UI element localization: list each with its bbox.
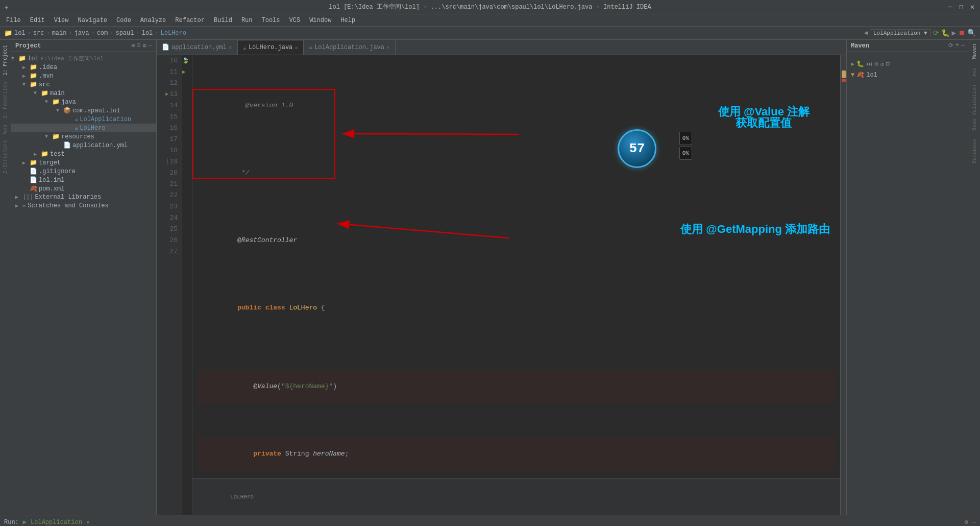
tree-item-resources[interactable]: ▼ 📁 resources: [11, 132, 156, 141]
web-tab[interactable]: Web: [2, 122, 9, 137]
tree-item-lolhero[interactable]: ▶ ☕ LoLHero: [11, 124, 156, 132]
run-close-icon[interactable]: ✕: [86, 519, 90, 525]
code-editor[interactable]: 10 11 12 ▶ 13 14 15 16 17 18 │ 19 20 21 …: [157, 55, 846, 515]
project-tab[interactable]: 1: Project: [2, 42, 9, 79]
label-appyml: application.yml: [72, 142, 128, 149]
sidebar-action-gear[interactable]: ⚙: [143, 42, 146, 50]
tab-lolapplication[interactable]: ☕ LolApplication.java ✕: [304, 40, 396, 55]
folder-icon-mvn: 📁: [30, 72, 37, 80]
file-icon-loliml: 📄: [30, 176, 37, 184]
bc-src[interactable]: src: [33, 30, 44, 37]
tree-item-pomxml[interactable]: ▶ 🍂 pom.xml: [11, 184, 156, 193]
tree-item-main[interactable]: ▼ 📁 main: [11, 89, 156, 98]
label-pomxml: pom.xml: [39, 185, 64, 193]
tab-lolhero[interactable]: ☕ LoLHero.java ✕: [238, 40, 304, 55]
run-config-btn[interactable]: ⟳: [933, 29, 939, 37]
code-content[interactable]: @version 1.0 */ @RestController public c…: [192, 55, 840, 515]
menu-code[interactable]: Code: [112, 16, 135, 25]
tree-item-loliml[interactable]: ▶ 📄 lol.iml: [11, 176, 156, 184]
close-button[interactable]: ✕: [969, 4, 976, 11]
run-minimize-icon[interactable]: —: [972, 519, 976, 526]
menu-build[interactable]: Build: [210, 16, 236, 25]
bc-lol2[interactable]: lol: [142, 30, 153, 37]
code-line-14: @Value("${heroName}"): [198, 370, 835, 403]
bc-lolhero[interactable]: LoLHero: [161, 30, 186, 37]
label-lolhero: LoLHero: [80, 125, 105, 132]
tree-item-lol[interactable]: ▼ 📁 lol E:\Idea 工作空间\lol: [11, 54, 156, 63]
menu-vcs[interactable]: VCS: [285, 16, 305, 25]
maven-refresh-icon[interactable]: ↺: [880, 60, 884, 68]
maven-skip-icon[interactable]: ⏭: [866, 60, 872, 68]
navigate-back-icon[interactable]: ◀: [864, 29, 868, 37]
restore-button[interactable]: ❐: [958, 4, 965, 11]
run-btn[interactable]: ▶: [952, 29, 956, 37]
maven-debug-icon[interactable]: 🐛: [856, 60, 864, 68]
java-icon-lolhero: ☕: [75, 124, 78, 132]
menu-edit[interactable]: Edit: [26, 16, 49, 25]
maven-tab[interactable]: Maven: [971, 40, 978, 63]
label-resources: resources: [61, 133, 94, 140]
label-java: java: [61, 99, 76, 106]
menu-refactor[interactable]: Refactor: [171, 16, 209, 25]
sidebar-action-minimize[interactable]: —: [149, 42, 152, 50]
tree-item-target[interactable]: ▶ 📁 target: [11, 158, 156, 167]
ant-tab[interactable]: Ant: [971, 63, 978, 81]
bc-com[interactable]: com: [97, 30, 108, 37]
tree-item-mvn[interactable]: ▶ 📁 .mvn: [11, 71, 156, 80]
yaml-tab-close[interactable]: ✕: [229, 44, 232, 51]
tree-item-scratches[interactable]: ▶ ✏ Scratches and Consoles: [11, 201, 156, 210]
minimize-button[interactable]: ─: [946, 4, 953, 11]
tree-item-java[interactable]: ▼ 📁 java: [11, 98, 156, 106]
bc-java[interactable]: java: [75, 30, 89, 37]
sidebar-actions: ⊕ ≡ ⚙ —: [131, 42, 152, 50]
bc-lol[interactable]: 📁: [4, 29, 12, 37]
sidebar-action-collapse[interactable]: ≡: [137, 42, 140, 50]
maven-add-btn[interactable]: +: [955, 42, 959, 50]
maven-run-icon[interactable]: ▶: [851, 60, 854, 68]
favorites-tab[interactable]: 2: Favorites: [2, 79, 9, 122]
stop-btn[interactable]: ⏹: [958, 29, 965, 37]
yaml-tab-label: application.yml: [172, 44, 227, 51]
maven-project-arrow: ▼: [851, 71, 854, 79]
bean-validation-tab[interactable]: Bean Validation: [971, 81, 978, 135]
menu-tools[interactable]: Tools: [258, 16, 284, 25]
run-settings-icon[interactable]: ⚙: [965, 518, 968, 526]
label-gitignore: .gitignore: [39, 168, 76, 175]
tree-item-test[interactable]: ▶ 📁 test: [11, 150, 156, 158]
menu-window[interactable]: Window: [305, 16, 335, 25]
bc-main[interactable]: main: [52, 30, 67, 37]
maven-collapse-icon[interactable]: ⊟: [886, 60, 890, 68]
bc-lol-label[interactable]: lol: [14, 30, 26, 37]
bc-spaul[interactable]: spaul: [115, 30, 134, 37]
database-tab[interactable]: Database: [971, 135, 978, 168]
menu-navigate[interactable]: Navigate: [74, 16, 111, 25]
z-structure-tab[interactable]: Z-Structure: [2, 137, 9, 177]
scroll-indicator[interactable]: [840, 55, 846, 515]
tree-item-gitignore[interactable]: ▶ 📄 .gitignore: [11, 167, 156, 176]
tree-item-extlibs[interactable]: ▶ ||| External Libraries: [11, 193, 156, 201]
tree-item-lolapp[interactable]: ▶ ☕ LolApplication: [11, 115, 156, 124]
java-tab-close[interactable]: ✕: [295, 44, 298, 51]
label-main: main: [50, 90, 65, 97]
tree-item-idea[interactable]: ▶ 📁 .idea: [11, 63, 156, 71]
menu-analyze[interactable]: Analyze: [136, 16, 170, 25]
tab-application-yml[interactable]: 📄 application.yml ✕: [157, 40, 238, 55]
search-everywhere-icon[interactable]: 🔍: [967, 29, 976, 37]
menu-view[interactable]: View: [50, 16, 73, 25]
tree-item-src[interactable]: ▼ 📁 src: [11, 80, 156, 89]
menu-help[interactable]: Help: [336, 16, 359, 25]
debug-btn[interactable]: 🐛: [941, 29, 950, 37]
label-loliml: lol.iml: [39, 177, 64, 184]
menu-run[interactable]: Run: [237, 16, 257, 25]
maven-refresh-btn[interactable]: ⟳: [948, 42, 953, 50]
menu-file[interactable]: File: [2, 16, 25, 25]
tree-item-appyml[interactable]: ▶ 📄 application.yml: [11, 141, 156, 150]
tree-item-package[interactable]: ▼ 📦 com.spaul.lol: [11, 106, 156, 115]
sidebar-action-locate[interactable]: ⊕: [131, 42, 135, 50]
maven-project-label: lol: [866, 71, 877, 79]
maven-settings-icon[interactable]: ⚙: [874, 60, 878, 68]
lol-application-selector[interactable]: LolApplication ▼: [870, 29, 931, 37]
maven-minimize-btn[interactable]: —: [961, 42, 965, 50]
java2-tab-close[interactable]: ✕: [386, 44, 390, 51]
maven-project-item[interactable]: ▼ 🍂 lol: [849, 70, 967, 80]
